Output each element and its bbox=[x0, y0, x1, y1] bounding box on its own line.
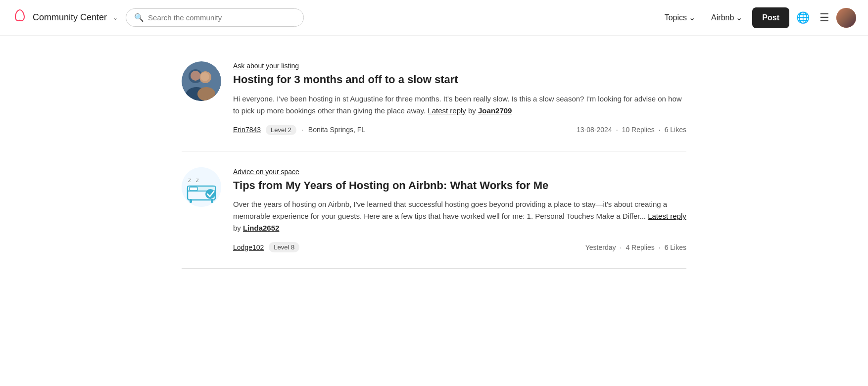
airbnb-label: Airbnb bbox=[711, 13, 734, 22]
post-category-link[interactable]: Ask about your listing bbox=[233, 62, 299, 70]
airbnb-logo-icon bbox=[12, 9, 28, 27]
post-body: Advice on your space Tips from My Years … bbox=[233, 167, 686, 253]
avatar[interactable] bbox=[836, 8, 856, 28]
header-right: Topics ⌄ Airbnb ⌄ Post 🌐 ☰ bbox=[659, 7, 856, 28]
dot-separator: · bbox=[301, 126, 303, 134]
airbnb-chevron-icon: ⌄ bbox=[736, 13, 742, 22]
post-meta-left: Lodge102 Level 8 bbox=[233, 242, 299, 252]
search-icon: 🔍 bbox=[134, 13, 144, 22]
post-title: Hosting for 3 months and off to a slow s… bbox=[233, 73, 686, 87]
svg-rect-11 bbox=[190, 187, 197, 191]
svg-text:z z: z z bbox=[188, 176, 199, 184]
post-date: Yesterday bbox=[585, 243, 616, 251]
post-date: 13-08-2024 bbox=[577, 126, 612, 134]
post-replies: 4 Replies bbox=[626, 243, 654, 251]
post-topic-icon: z z bbox=[182, 167, 221, 207]
dot-sep-3: · bbox=[659, 243, 661, 251]
post-author-avatar bbox=[182, 61, 221, 101]
avatar-image bbox=[836, 8, 856, 28]
by-text: by bbox=[233, 224, 241, 232]
chevron-down-icon: ⌄ bbox=[113, 14, 118, 21]
post-meta: Erin7843 Level 2 · Bonita Springs, FL 13… bbox=[233, 125, 686, 135]
latest-reply-user-link[interactable]: Linda2652 bbox=[243, 224, 279, 232]
post-item: z z Advice on your space Tips from My Ye… bbox=[182, 151, 686, 269]
post-likes: 6 Likes bbox=[665, 126, 686, 134]
logo-area[interactable]: Community Center ⌄ bbox=[12, 9, 118, 27]
topics-label: Topics bbox=[665, 13, 687, 22]
post-meta-left: Erin7843 Level 2 · Bonita Springs, FL bbox=[233, 125, 365, 135]
svg-rect-13 bbox=[211, 199, 213, 203]
post-item: Ask about your listing Hosting for 3 mon… bbox=[182, 46, 686, 151]
post-excerpt: Over the years of hosting on Airbnb, I'v… bbox=[233, 198, 686, 234]
menu-icon[interactable]: ☰ bbox=[817, 8, 832, 27]
svg-rect-12 bbox=[190, 199, 192, 203]
author-level-badge: Level 2 bbox=[266, 125, 296, 135]
post-body: Ask about your listing Hosting for 3 mon… bbox=[233, 61, 686, 135]
post-author-link[interactable]: Lodge102 bbox=[233, 243, 264, 251]
dot-sep-3: · bbox=[659, 126, 661, 134]
post-location: Bonita Springs, FL bbox=[308, 126, 365, 134]
person-thumbnail-icon bbox=[182, 61, 221, 101]
globe-icon[interactable]: 🌐 bbox=[793, 8, 813, 27]
dot-sep-2: · bbox=[620, 243, 622, 251]
community-center-label: Community Center bbox=[33, 12, 107, 23]
svg-point-6 bbox=[200, 72, 209, 81]
topics-nav[interactable]: Topics ⌄ bbox=[659, 9, 701, 26]
by-text: by bbox=[468, 106, 476, 115]
main-content: Ask about your listing Hosting for 3 mon… bbox=[162, 36, 706, 279]
post-author-link[interactable]: Erin7843 bbox=[233, 126, 261, 134]
svg-point-5 bbox=[191, 71, 200, 81]
post-meta: Lodge102 Level 8 Yesterday · 4 Replies ·… bbox=[233, 242, 686, 252]
post-excerpt: Hi everyone. I've been hosting in st Aug… bbox=[233, 93, 686, 117]
header: Community Center ⌄ 🔍 Topics ⌄ Airbnb ⌄ P… bbox=[0, 0, 868, 36]
author-level-badge: Level 8 bbox=[269, 242, 299, 252]
dot-sep-2: · bbox=[616, 126, 618, 134]
post-meta-right: Yesterday · 4 Replies · 6 Likes bbox=[585, 243, 686, 251]
latest-reply-link[interactable]: Latest reply bbox=[428, 106, 466, 115]
airbnb-nav[interactable]: Airbnb ⌄ bbox=[705, 9, 748, 26]
post-replies: 10 Replies bbox=[622, 126, 655, 134]
svg-point-4 bbox=[197, 87, 215, 101]
post-likes: 6 Likes bbox=[665, 243, 686, 251]
post-excerpt-text: Over the years of hosting on Airbnb, I'v… bbox=[233, 200, 667, 220]
latest-reply-user-link[interactable]: Joan2709 bbox=[478, 106, 512, 115]
post-category-link[interactable]: Advice on your space bbox=[233, 168, 299, 176]
post-meta-right: 13-08-2024 · 10 Replies · 6 Likes bbox=[577, 126, 686, 134]
topics-chevron-icon: ⌄ bbox=[689, 13, 695, 22]
post-title: Tips from My Years of Hosting on Airbnb:… bbox=[233, 179, 686, 193]
search-bar[interactable]: 🔍 bbox=[126, 8, 304, 27]
post-button[interactable]: Post bbox=[752, 7, 789, 28]
latest-reply-link[interactable]: Latest reply bbox=[648, 212, 686, 220]
search-input[interactable] bbox=[148, 13, 295, 22]
